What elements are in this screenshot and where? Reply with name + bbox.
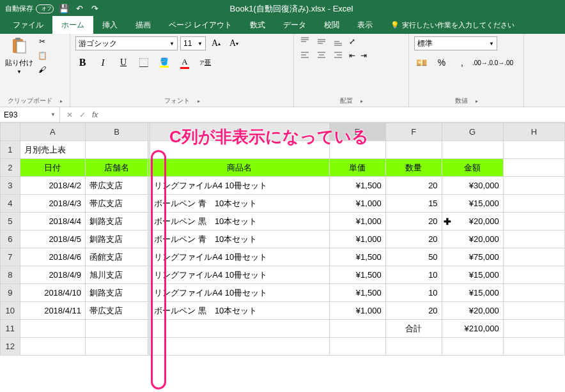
tab-insert[interactable]: 挿入 [93,16,127,34]
col-header-H[interactable]: H [503,123,564,141]
tab-review[interactable]: 校閲 [315,16,348,34]
dialog-launcher-icon[interactable]: ▸ [197,98,200,104]
cell[interactable]: 合計 [385,320,442,338]
cell[interactable] [442,338,503,356]
cell[interactable] [503,320,564,338]
comma-icon[interactable]: , [455,56,469,70]
row-header[interactable]: 8 [1,266,20,284]
tab-formulas[interactable]: 数式 [241,16,274,34]
cell[interactable]: 釧路支店 [86,230,148,248]
cell[interactable]: ボールペン 青 10本セット [150,195,329,213]
undo-icon[interactable]: ↶ [74,4,84,14]
tell-me[interactable]: 💡 実行したい作業を入力してください [382,17,523,34]
row-header[interactable]: 11 [1,320,20,338]
number-format-select[interactable]: 標準▼ [414,36,497,50]
tab-view[interactable]: 表示 [348,16,382,34]
font-name-select[interactable]: 游ゴシック▼ [75,36,178,50]
row-header[interactable]: 1 [1,141,20,159]
cancel-icon[interactable]: ✕ [66,110,73,119]
cell[interactable] [503,141,564,159]
cell[interactable] [503,248,564,266]
increase-decimal-icon[interactable]: .00→.0 [476,56,490,70]
dialog-launcher-icon[interactable]: ▸ [476,98,478,104]
cell[interactable] [503,284,564,302]
align-right-icon[interactable] [332,50,344,61]
cell[interactable] [86,338,148,356]
cell[interactable]: 帯広支店 [86,177,148,195]
tab-home[interactable]: ホーム [52,16,93,34]
enter-icon[interactable]: ✓ [79,110,86,119]
phonetic-button[interactable]: ア亜 [198,56,212,70]
autosave-toggle[interactable]: 自動保存 オフ [5,4,54,13]
col-header-B[interactable]: B [86,123,148,141]
cell[interactable]: 函館支店 [86,248,148,266]
cell[interactable]: 20 [385,177,442,195]
cell[interactable]: 商品名 [150,159,329,177]
cell[interactable]: リングファイルA4 10冊セット [150,248,329,266]
row-header[interactable]: 7 [1,248,20,266]
cell[interactable] [385,338,442,356]
cell[interactable] [329,338,385,356]
format-painter-icon[interactable]: 🖌 [37,64,47,75]
cell[interactable]: ¥15,000 [442,266,503,284]
row-header[interactable]: 12 [1,338,20,356]
cell[interactable]: 10 [385,266,442,284]
cell[interactable]: 20 [385,302,442,320]
paste-button[interactable]: 貼り付け ▼ [5,36,33,75]
cell[interactable]: ¥1,000 [329,195,385,213]
col-header-A[interactable]: A [20,123,85,141]
cell[interactable]: 数量 [385,159,442,177]
col-header-G[interactable]: G [442,123,503,141]
tab-draw[interactable]: 描画 [127,16,160,34]
cell[interactable] [503,338,564,356]
cell[interactable] [385,141,442,159]
cell[interactable]: ¥15,000 [442,284,503,302]
cell[interactable]: ✚¥20,000 [442,213,503,230]
cell[interactable]: 2018/4/6 [20,248,85,266]
dialog-launcher-icon[interactable]: ▸ [60,98,63,104]
cell[interactable] [503,159,564,177]
decrease-font-icon[interactable]: A▾ [226,36,242,50]
cell[interactable]: 単価 [329,159,385,177]
cell[interactable]: ¥210,000 [442,320,503,338]
cell[interactable]: 50 [385,248,442,266]
cut-icon[interactable]: ✂ [37,36,47,47]
cell[interactable]: ボールペン 青 10本セット [150,230,329,248]
row-header[interactable]: 2 [1,159,20,177]
row-header[interactable]: 9 [1,284,20,302]
redo-icon[interactable]: ↷ [89,4,100,14]
cell[interactable] [503,213,564,230]
cell[interactable]: リングファイルA4 10冊セット [150,177,329,195]
cell[interactable]: 店舗名 [86,159,148,177]
cell[interactable]: 15 [385,195,442,213]
cell[interactable] [503,195,564,213]
cell[interactable] [20,320,85,338]
cell[interactable]: 10 [385,284,442,302]
row-header[interactable]: 5 [1,213,20,230]
cell[interactable]: ¥20,000 [442,230,503,248]
align-top-icon[interactable] [299,36,311,47]
cell[interactable]: ¥20,000 [442,302,503,320]
spreadsheet[interactable]: A B D E F G H 1 月別売上表 2 日付 店舗名 商品名 単価 数量… [0,123,565,356]
italic-button[interactable]: I [96,56,110,70]
cell[interactable]: 2018/4/4 [20,213,85,230]
cell[interactable]: 20 [385,213,442,230]
cell[interactable] [86,141,148,159]
row-header[interactable]: 6 [1,230,20,248]
select-all-corner[interactable] [1,123,20,141]
cell[interactable] [329,320,385,338]
cell[interactable]: 日付 [20,159,85,177]
cell[interactable] [503,302,564,320]
cell[interactable] [20,338,85,356]
bold-button[interactable]: B [75,56,89,70]
orientation-icon[interactable]: ⤢ [349,37,355,46]
cell[interactable]: ¥75,000 [442,248,503,266]
row-header[interactable]: 3 [1,177,20,195]
fill-color-button[interactable]: 🪣 [157,56,171,70]
cell[interactable]: 旭川支店 [86,266,148,284]
cell[interactable]: 金額 [442,159,503,177]
cell[interactable]: ¥1,000 [329,302,385,320]
row-header[interactable]: 4 [1,195,20,213]
cell[interactable]: ¥1,500 [329,177,385,195]
align-center-icon[interactable] [316,50,327,61]
